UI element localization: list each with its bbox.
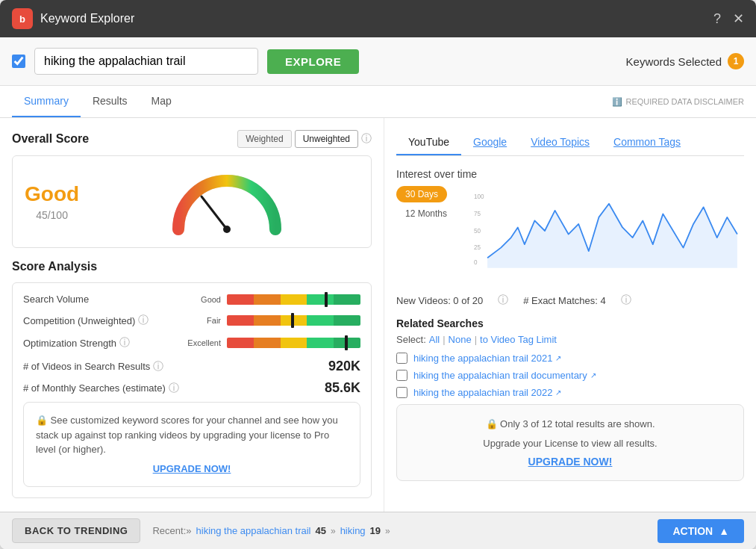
related-item-2: hiking the appalachian trail 2022 ↗ — [396, 387, 744, 398]
related-searches-section: Related Searches Select: All | None | to… — [396, 317, 744, 481]
select-none-link[interactable]: None — [449, 334, 472, 345]
recent-link-1[interactable]: hiking — [340, 525, 366, 536]
score-info-icon[interactable]: ⓘ — [361, 132, 372, 146]
platform-tab-video-topics[interactable]: Video Topics — [519, 130, 602, 155]
related-link-0[interactable]: hiking the appalachian trail 2021 ↗ — [413, 353, 561, 364]
select-tag-limit-link[interactable]: to Video Tag Limit — [480, 334, 557, 345]
recent-label: Recent:» — [152, 525, 191, 536]
search-volume-rating: Good — [172, 295, 221, 304]
score-num: 45/100 — [25, 209, 79, 221]
svg-point-1 — [223, 226, 231, 233]
upgrade-now-link-left[interactable]: UPGRADE NOW! — [36, 462, 348, 477]
select-divider-1: | — [443, 334, 445, 345]
search-input[interactable] — [34, 48, 258, 75]
recent-num-0: 45 — [315, 525, 325, 536]
interest-section: Interest over time 30 Days 12 Months 100… — [396, 168, 744, 288]
analysis-row-competition: Competition (Unweighted) ⓘ Fair — [23, 314, 360, 327]
interest-label: Interest over time — [396, 168, 744, 180]
related-searches-title: Related Searches — [396, 317, 744, 329]
recent-link-0[interactable]: hiking the appalachian trail — [196, 525, 311, 536]
related-checkbox-0[interactable] — [396, 353, 407, 364]
optimization-rating: Excellent — [172, 338, 221, 347]
select-row: Select: All | None | to Video Tag Limit — [396, 334, 744, 345]
external-icon-0: ↗ — [555, 354, 561, 362]
svg-text:0: 0 — [474, 259, 478, 266]
close-icon[interactable]: ✕ — [733, 10, 744, 27]
overall-score-title: Overall Score — [12, 132, 89, 146]
gauge-container — [94, 168, 359, 235]
toggle-group: Weighted Unweighted ⓘ — [237, 130, 372, 148]
new-videos-label: New Videos: 0 of 20 — [396, 295, 483, 306]
competition-label: Competition (Unweighted) ⓘ — [23, 314, 172, 327]
tab-summary[interactable]: Summary — [12, 86, 81, 117]
explore-button[interactable]: EXPLORE — [267, 49, 359, 74]
titlebar: b Keyword Explorer ? ✕ — [0, 0, 756, 37]
searchbar: EXPLORE Keywords Selected 1 — [0, 37, 756, 86]
select-label: Select: — [396, 334, 426, 345]
external-icon-1: ↗ — [590, 371, 596, 379]
platform-tab-youtube[interactable]: YouTube — [396, 130, 461, 155]
score-card: Good 45/100 — [12, 155, 372, 248]
upgrade-box: 🔒 Only 3 of 12 total results are shown. … — [396, 404, 744, 481]
platform-tab-google[interactable]: Google — [461, 130, 519, 155]
svg-line-0 — [202, 196, 227, 229]
overall-score-header: Overall Score Weighted Unweighted ⓘ — [12, 130, 372, 148]
stat-searches-info[interactable]: ⓘ — [169, 382, 179, 395]
upgrade-tooltip: 🔒 See customized keyword scores for your… — [23, 402, 360, 487]
related-link-2[interactable]: hiking the appalachian trail 2022 ↗ — [413, 387, 561, 398]
time-btn-12months[interactable]: 12 Months — [396, 205, 456, 222]
analysis-row-search-volume: Search Volume Good — [23, 294, 360, 305]
select-all-link[interactable]: All — [429, 334, 440, 345]
left-panel: Overall Score Weighted Unweighted ⓘ Good… — [0, 118, 384, 512]
optimization-label: Optimization Strength ⓘ — [23, 336, 172, 350]
competition-bar — [227, 315, 360, 326]
related-item-0: hiking the appalachian trail 2021 ↗ — [396, 353, 744, 364]
time-btn-30days[interactable]: 30 Days — [396, 186, 447, 202]
app-window: b Keyword Explorer ? ✕ EXPLORE Keywords … — [0, 0, 756, 549]
stat-searches-label: # of Monthly Searches (estimate) ⓘ — [23, 382, 325, 395]
analysis-row-optimization: Optimization Strength ⓘ Excellent — [23, 336, 360, 350]
search-checkbox[interactable] — [12, 55, 25, 68]
svg-text:100: 100 — [474, 193, 484, 200]
disclaimer: ℹ️ REQUIRED DATA DISCLAIMER — [612, 97, 744, 107]
keywords-selected-label: Keywords Selected — [626, 55, 722, 68]
upgrade-box-text1: 🔒 Only 3 of 12 total results are shown. — [409, 417, 731, 432]
overall-score-section: Overall Score Weighted Unweighted ⓘ Good… — [12, 130, 372, 248]
search-volume-label: Search Volume — [23, 294, 172, 305]
stat-row-searches: # of Monthly Searches (estimate) ⓘ 85.6K — [23, 380, 360, 396]
related-link-1[interactable]: hiking the appalachian trail documentary… — [413, 370, 596, 381]
bottom-bar: BACK TO TRENDING Recent:» hiking the app… — [0, 512, 756, 549]
competition-info-icon[interactable]: ⓘ — [138, 314, 149, 327]
platform-tab-common-tags[interactable]: Common Tags — [602, 130, 693, 155]
upgrade-tooltip-text: 🔒 See customized keyword scores for your… — [36, 415, 338, 455]
chevron-icon: » — [331, 526, 336, 536]
related-checkbox-2[interactable] — [396, 387, 407, 398]
tab-map[interactable]: Map — [140, 86, 184, 117]
upgrade-now-link-right[interactable]: UPGRADE NOW! — [528, 456, 613, 468]
score-analysis-title: Score Analysis — [12, 260, 372, 273]
action-chevron-icon: ▲ — [719, 525, 729, 537]
score-word: Good — [25, 182, 79, 206]
stat-searches-value: 85.6K — [325, 380, 360, 396]
weighted-toggle[interactable]: Weighted — [237, 130, 291, 148]
exact-matches-info[interactable]: ⓘ — [621, 294, 631, 307]
stat-videos-info[interactable]: ⓘ — [153, 360, 163, 373]
search-volume-bar — [227, 294, 360, 305]
svg-text:25: 25 — [474, 244, 481, 251]
score-analysis-section: Score Analysis Search Volume Good Compet… — [12, 260, 372, 498]
chart-svg: 100 75 50 25 0 — [474, 186, 744, 276]
optimization-info-icon[interactable]: ⓘ — [119, 336, 130, 350]
app-title: Keyword Explorer — [40, 12, 134, 25]
unweighted-toggle[interactable]: Unweighted — [295, 130, 358, 148]
new-videos-info[interactable]: ⓘ — [498, 294, 508, 307]
external-icon-2: ↗ — [555, 388, 561, 397]
tab-results[interactable]: Results — [81, 86, 140, 117]
main-content: Overall Score Weighted Unweighted ⓘ Good… — [0, 118, 756, 512]
disclaimer-text: REQUIRED DATA DISCLAIMER — [625, 97, 744, 106]
help-icon[interactable]: ? — [713, 11, 721, 27]
related-checkbox-1[interactable] — [396, 370, 407, 381]
svg-marker-7 — [487, 204, 737, 268]
optimization-bar — [227, 338, 360, 348]
action-button[interactable]: ACTION ▲ — [657, 519, 744, 543]
back-to-trending-button[interactable]: BACK TO TRENDING — [12, 518, 140, 543]
